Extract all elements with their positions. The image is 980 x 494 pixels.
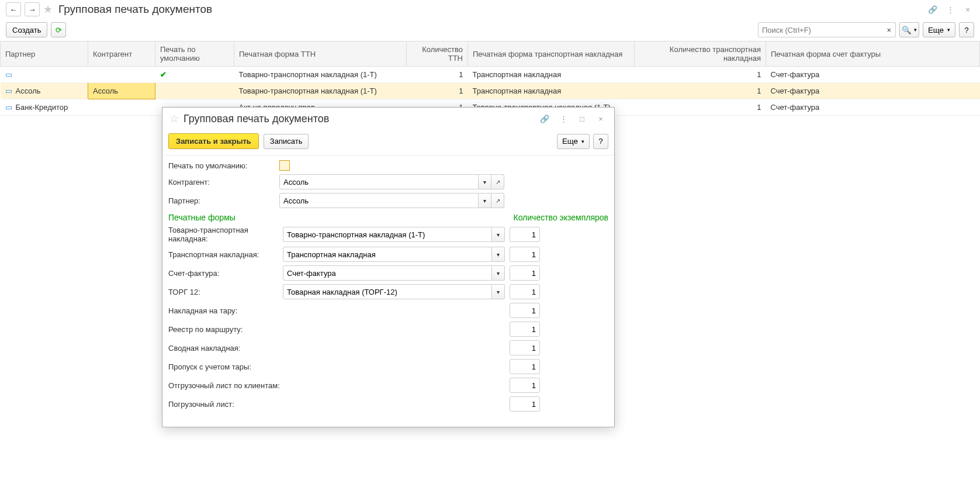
search-input[interactable] — [758, 22, 886, 37]
table-row[interactable]: ▭ ✔ Товарно-транспортная накладная (1-Т)… — [1, 67, 980, 83]
more-label: Еще — [928, 26, 944, 34]
dialog-kebab-icon[interactable]: ⋮ — [557, 112, 570, 116]
col-form-transport[interactable]: Печатная форма транспортная накладная — [468, 42, 635, 67]
link-icon[interactable]: 🔗 — [926, 3, 939, 16]
col-contragent[interactable]: Контрагент — [88, 42, 155, 67]
favorite-star-icon[interactable]: ★ — [43, 3, 53, 16]
search-clear-button[interactable]: × — [883, 22, 896, 37]
help-button[interactable]: ? — [959, 22, 974, 37]
header-bar: ← → ★ Групповая печать документов 🔗 ⋮ × — [0, 0, 980, 19]
col-qty-transport[interactable]: Количество транспортная накладная — [635, 42, 766, 67]
create-button[interactable]: Создать — [6, 22, 47, 37]
dialog-header: ☆ Групповая печать документов 🔗 ⋮ □ × — [162, 108, 614, 116]
main-toolbar: Создать ⟳ × 🔍▾ Еще▾ ? — [0, 19, 980, 41]
refresh-button[interactable]: ⟳ — [51, 22, 66, 37]
nav-back-button[interactable]: ← — [6, 2, 21, 16]
dialog-close-icon[interactable]: × — [594, 112, 607, 116]
edit-dialog: ☆ Групповая печать документов 🔗 ⋮ □ × За… — [162, 107, 615, 116]
header-right: 🔗 ⋮ × — [926, 3, 974, 16]
col-qty-ttn[interactable]: Количество ТТН — [407, 42, 468, 67]
dialog-maximize-icon[interactable]: □ — [576, 112, 588, 116]
dialog-star-icon[interactable]: ☆ — [169, 112, 179, 116]
check-icon: ✔ — [160, 70, 167, 79]
col-print-default[interactable]: Печать по умолчанию — [155, 42, 234, 67]
nav-forward-button[interactable]: → — [25, 2, 40, 16]
dialog-link-icon[interactable]: 🔗 — [538, 112, 551, 116]
card-icon: ▭ — [5, 87, 12, 95]
toolbar-right: × 🔍▾ Еще▾ ? — [758, 22, 974, 37]
card-icon: ▭ — [5, 70, 12, 79]
col-partner[interactable]: Партнер — [1, 42, 88, 67]
table-row[interactable]: ▭Ассоль Ассоль Товарно-транспортная накл… — [1, 83, 980, 99]
dialog-title: Групповая печать документов — [183, 113, 329, 116]
data-table: Партнер Контрагент Печать по умолчанию П… — [0, 41, 980, 116]
col-form-ttn[interactable]: Печатная форма ТТН — [234, 42, 407, 67]
card-icon: ▭ — [5, 103, 12, 112]
page-title: Групповая печать документов — [58, 3, 212, 16]
col-form-invoice[interactable]: Печатная форма счет фактуры — [766, 42, 980, 67]
kebab-menu-icon[interactable]: ⋮ — [944, 3, 957, 16]
close-icon[interactable]: × — [961, 3, 974, 16]
search-button[interactable]: 🔍▾ — [899, 22, 919, 37]
more-button[interactable]: Еще▾ — [923, 22, 955, 37]
